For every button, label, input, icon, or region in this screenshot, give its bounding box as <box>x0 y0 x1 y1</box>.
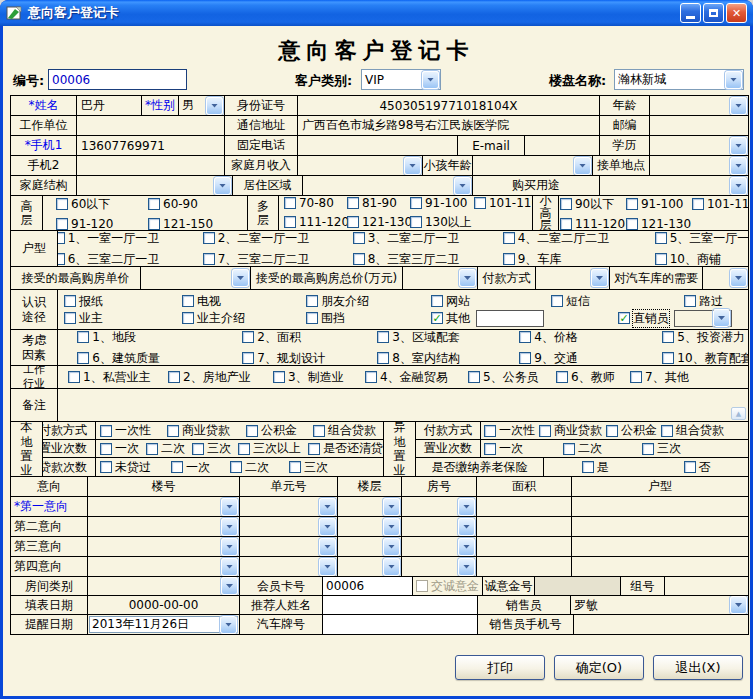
other-text-input[interactable] <box>476 310 544 327</box>
checkbox[interactable] <box>182 295 194 307</box>
id-field[interactable]: 45030519771018104X <box>298 96 600 115</box>
workunit-field[interactable] <box>77 116 225 135</box>
checkbox[interactable] <box>203 253 215 265</box>
checkbox[interactable] <box>539 425 551 437</box>
checkbox-item[interactable]: 121-150 <box>148 217 247 231</box>
checkbox-item[interactable]: 路过 <box>684 293 748 310</box>
checkbox[interactable] <box>692 198 704 210</box>
checkbox[interactable] <box>146 443 158 455</box>
checkbox-item[interactable]: 4、价格 <box>519 330 662 346</box>
purchase-purpose-combo[interactable] <box>600 176 748 195</box>
checkbox-item[interactable]: 2、二室一厅一卫 <box>203 231 353 247</box>
checkbox-item[interactable]: 未贷过 <box>100 459 151 476</box>
education-combo[interactable] <box>650 136 748 155</box>
print-button[interactable]: 打印 <box>455 655 545 680</box>
checkbox[interactable] <box>306 312 318 324</box>
chevron-down-icon[interactable] <box>725 71 742 89</box>
checkbox[interactable] <box>347 197 359 209</box>
chevron-down-icon[interactable] <box>591 269 608 287</box>
checkbox[interactable] <box>431 295 443 307</box>
checkbox-item[interactable]: 电视 <box>182 293 306 310</box>
chevron-down-icon[interactable] <box>221 577 238 595</box>
sales-phone-field[interactable] <box>574 615 748 634</box>
checkbox-item[interactable]: 111-120 <box>560 217 626 231</box>
checkbox-item[interactable]: 直销员 <box>618 310 748 327</box>
chevron-down-icon[interactable] <box>221 558 238 576</box>
checkbox[interactable] <box>167 425 179 437</box>
checkbox[interactable] <box>68 371 80 383</box>
chevron-down-icon[interactable] <box>206 97 223 115</box>
checkbox[interactable] <box>474 197 486 209</box>
checkbox-item[interactable]: 否 <box>684 459 711 476</box>
checkbox-item[interactable]: 三次 <box>192 440 231 457</box>
checkbox-item[interactable]: 8、室内结构 <box>377 350 519 366</box>
name-field[interactable]: 巴丹 <box>77 96 142 115</box>
checkbox-item[interactable]: 91-120 <box>56 217 148 231</box>
checkbox[interactable] <box>431 312 443 324</box>
checkbox-item[interactable]: 朋友介绍 <box>306 293 431 310</box>
checkbox[interactable] <box>519 331 531 343</box>
phone-field[interactable] <box>298 136 458 155</box>
checkbox-item[interactable]: 业主介绍 <box>182 310 306 327</box>
checkbox[interactable] <box>353 232 365 244</box>
checkbox-item[interactable]: 5、公务员 <box>468 369 556 386</box>
checkbox[interactable] <box>661 425 673 437</box>
checkbox[interactable] <box>684 461 696 473</box>
checkbox[interactable] <box>630 371 642 383</box>
checkbox-item[interactable]: 60-90 <box>148 196 247 213</box>
max-unit-price-combo[interactable] <box>141 267 251 289</box>
chevron-down-icon[interactable] <box>319 558 336 576</box>
checkbox[interactable] <box>168 371 180 383</box>
chevron-down-icon[interactable] <box>730 596 747 614</box>
checkbox-item[interactable]: 10、教育配套 <box>662 350 748 366</box>
checkbox-item[interactable]: 6、教师 <box>556 369 630 386</box>
checkbox-item[interactable]: 其他 <box>431 310 618 327</box>
checkbox[interactable] <box>365 371 377 383</box>
chevron-down-icon[interactable] <box>458 498 475 516</box>
email-field[interactable] <box>525 136 600 155</box>
chevron-down-icon[interactable] <box>730 137 747 155</box>
mobile2-field[interactable] <box>77 156 225 175</box>
checkbox[interactable] <box>308 443 320 455</box>
checkbox-item[interactable]: 9、交通 <box>519 350 662 366</box>
checkbox[interactable] <box>606 425 618 437</box>
unit-no-combo[interactable] <box>240 557 338 576</box>
ok-button[interactable]: 确定(O) <box>554 655 644 680</box>
deposit-checkbox[interactable] <box>416 580 428 592</box>
checkbox[interactable] <box>242 352 254 364</box>
checkbox-item[interactable]: 101-110 <box>692 196 748 213</box>
checkbox[interactable] <box>377 352 389 364</box>
payment-method-combo[interactable] <box>536 267 610 289</box>
chevron-down-icon[interactable] <box>221 498 238 516</box>
chevron-down-icon[interactable] <box>383 558 400 576</box>
checkbox-item[interactable]: 111-120 <box>284 214 347 231</box>
chevron-down-icon[interactable] <box>383 518 400 536</box>
family-structure-combo[interactable] <box>77 176 233 195</box>
no-input[interactable]: 00006 <box>48 69 187 90</box>
age-combo[interactable] <box>650 96 748 115</box>
checkbox[interactable] <box>58 253 65 265</box>
checkbox-item[interactable]: 6、三室二厅一卫 <box>58 251 203 267</box>
checkbox[interactable] <box>77 352 89 364</box>
checkbox-item[interactable]: 5、三室一厅一卫 <box>655 231 748 247</box>
checkbox[interactable] <box>410 216 422 228</box>
checkbox-item[interactable]: 5、投资潜力 <box>662 330 748 346</box>
checkbox-item[interactable]: 一次 <box>171 459 210 476</box>
checkbox-item[interactable]: 1、地段 <box>77 330 242 346</box>
customer-type-combo[interactable]: VIP <box>361 69 441 90</box>
checkbox-item[interactable]: 4、金融贸易 <box>365 369 468 386</box>
group-no-field[interactable] <box>665 577 748 595</box>
checkbox[interactable] <box>192 443 204 455</box>
estate-name-combo[interactable]: 瀚林新城 <box>614 69 744 90</box>
chevron-down-icon[interactable] <box>319 498 336 516</box>
chevron-down-icon[interactable] <box>730 97 747 115</box>
unit-no-combo[interactable] <box>240 497 338 516</box>
referrer-input[interactable] <box>323 596 478 614</box>
checkbox[interactable] <box>503 253 515 265</box>
checkbox[interactable] <box>347 216 359 228</box>
car-plate-input[interactable] <box>323 615 478 634</box>
checkbox-item[interactable]: 2、面积 <box>242 330 377 346</box>
chevron-down-icon[interactable] <box>221 538 238 556</box>
checkbox[interactable] <box>284 197 296 209</box>
checkbox[interactable] <box>662 331 674 343</box>
